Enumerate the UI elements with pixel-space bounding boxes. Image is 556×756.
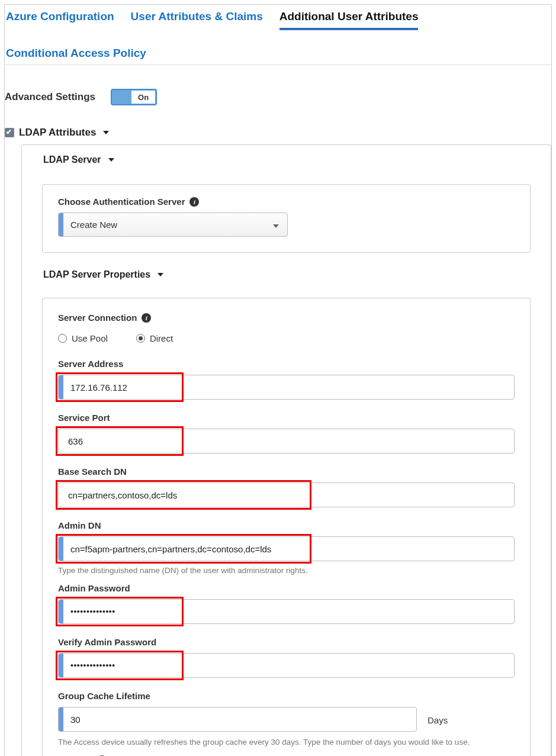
ldap-attributes-panel: LDAP Server Choose Authentication Server… <box>21 144 551 756</box>
tab-additional-user-attrs[interactable]: Additional User Attributes <box>279 8 419 30</box>
advanced-settings-row: Advanced Settings On <box>5 71 551 123</box>
choose-auth-server-label: Choose Authentication Server i <box>58 197 515 207</box>
auth-server-select[interactable]: Create New <box>58 213 288 237</box>
caret-down-icon <box>103 131 109 134</box>
toggle-state: On <box>131 91 155 104</box>
select-value: Create New <box>63 220 262 230</box>
accent-edge <box>59 375 63 399</box>
accent-edge <box>59 654 63 677</box>
server-connection-label: Server Connection i <box>58 313 515 323</box>
radio-label: Use Pool <box>72 333 108 343</box>
ldap-props-panel: Server Connection i Use Pool Direct Serv… <box>42 298 531 756</box>
server-connection-radios: Use Pool Direct <box>58 329 515 352</box>
tab-user-attrs-claims[interactable]: User Attributes & Claims <box>131 8 263 30</box>
admin-password-input[interactable]: •••••••••••••• <box>58 599 515 624</box>
chevron-down-icon <box>262 220 287 230</box>
input-value: •••••••••••••• <box>63 654 514 677</box>
cache-lifetime-label: Group Cache Lifetime <box>58 691 515 701</box>
caret-down-icon <box>108 158 114 162</box>
radio-use-pool[interactable]: Use Pool <box>58 333 108 343</box>
label-text: Server Connection <box>58 313 137 323</box>
input-value: 30 <box>63 707 416 731</box>
service-port-input[interactable]: 636 <box>58 429 515 453</box>
section-ldap-server[interactable]: LDAP Server <box>22 151 551 171</box>
content: Advanced Settings On LDAP Attributes LDA… <box>5 65 551 756</box>
ldap-server-panel: Choose Authentication Server i Create Ne… <box>42 184 531 253</box>
section-ldap-props[interactable]: LDAP Server Properties <box>22 266 551 286</box>
admin-password-label: Admin Password <box>58 583 515 593</box>
tab-conditional-access[interactable]: Conditional Access Policy <box>6 47 550 65</box>
accent-edge <box>59 600 63 623</box>
radio-direct[interactable]: Direct <box>136 333 173 343</box>
admin-dn-input[interactable]: cn=f5apm-partners,cn=partners,dc=contoso… <box>58 536 515 561</box>
admin-dn-label: Admin DN <box>58 520 515 530</box>
radio-label: Direct <box>150 333 173 343</box>
section-ldap-attributes[interactable]: LDAP Attributes <box>5 123 551 144</box>
cache-unit: Days <box>428 715 448 725</box>
verify-password-input[interactable]: •••••••••••••• <box>58 653 515 678</box>
cache-lifetime-input[interactable]: 30 <box>58 707 417 732</box>
accent-edge <box>59 707 63 731</box>
radio-icon <box>58 334 67 343</box>
main-frame: Azure Configuration User Attributes & Cl… <box>4 4 552 756</box>
caret-down-icon <box>158 273 163 276</box>
verify-password-label: Verify Admin Password <box>58 637 515 647</box>
input-value: 636 <box>59 429 514 453</box>
info-icon[interactable]: i <box>142 313 151 323</box>
advanced-settings-label: Advanced Settings <box>5 91 95 103</box>
input-value: 172.16.76.112 <box>63 375 514 399</box>
input-value: •••••••••••••• <box>63 600 514 623</box>
checkbox-icon[interactable] <box>5 128 14 137</box>
section-label: LDAP Server <box>43 155 101 165</box>
input-value: cn=f5apm-partners,cn=partners,dc=contoso… <box>63 537 514 561</box>
base-dn-input[interactable]: cn=partners,contoso,dc=lds <box>58 482 515 507</box>
accent-edge <box>59 537 63 561</box>
service-port-label: Service Port <box>58 413 515 423</box>
accent-edge <box>59 213 63 236</box>
tab-bar: Azure Configuration User Attributes & Cl… <box>5 5 551 65</box>
info-icon[interactable]: i <box>189 197 199 207</box>
server-address-label: Server Address <box>58 359 515 369</box>
label-text: Choose Authentication Server <box>58 197 185 207</box>
advanced-settings-toggle[interactable]: On <box>111 89 157 105</box>
cache-help: The Access device usually refreshes the … <box>58 738 515 747</box>
section-label: LDAP Server Properties <box>43 269 150 280</box>
server-address-input[interactable]: 172.16.76.112 <box>58 375 515 400</box>
tab-azure-config[interactable]: Azure Configuration <box>6 8 114 30</box>
section-label: LDAP Attributes <box>19 127 96 139</box>
admin-dn-help: Type the distinguished name (DN) of the … <box>58 566 515 575</box>
radio-icon <box>136 334 145 343</box>
base-dn-label: Base Search DN <box>58 467 515 477</box>
input-value: cn=partners,contoso,dc=lds <box>59 483 514 507</box>
